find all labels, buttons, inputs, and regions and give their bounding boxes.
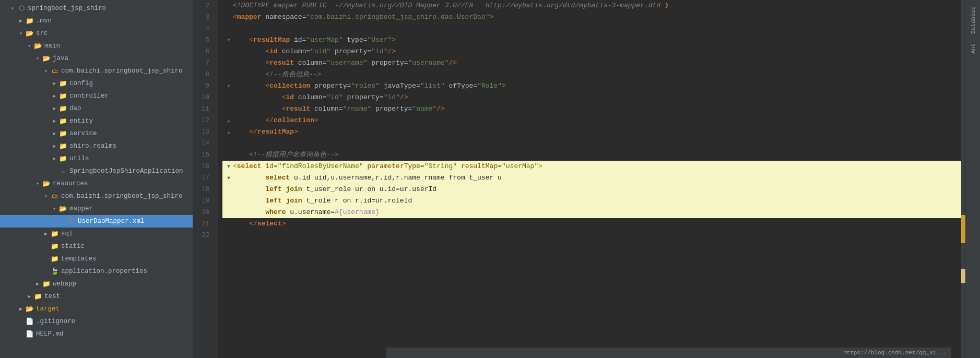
folder-icon: 📁 — [58, 129, 68, 138]
sidebar-item-app-properties[interactable]: 🍃 application.properties — [0, 265, 193, 278]
code-line: <result column="rname" property="name"/> — [222, 103, 965, 115]
sidebar-item-userdaomapper[interactable]: 🗒 UserDaoMapper.xml — [0, 215, 193, 228]
md-file-icon: 📄 — [25, 330, 34, 338]
folder-icon: 📁 — [58, 104, 68, 113]
sidebar-item-label: UserDaoMapper.xml — [78, 216, 193, 226]
expand-arrow: ▾ — [50, 206, 58, 212]
sidebar-item-entity[interactable]: ▶ 📁 entity — [0, 115, 193, 127]
sidebar-item-target[interactable]: ▶ 📂 target — [0, 303, 193, 315]
sidebar-item-label: springboot_jsp_shiro — [28, 3, 193, 14]
sidebar-item-controller[interactable]: ▶ 📁 controller — [0, 90, 193, 102]
folder-icon: 📁 — [58, 117, 68, 125]
sidebar-item-label: static — [61, 241, 193, 252]
sidebar-item-label: templates — [61, 254, 193, 264]
sidebar-item-label: application.properties — [61, 266, 193, 277]
sidebar-item-package-res[interactable]: ▾ 🗂 com.baizhi.springboot_jsp_shiro — [0, 190, 193, 202]
folder-icon: 📂 — [33, 42, 43, 50]
sidebar-item-src[interactable]: ▾ 📂 src — [0, 27, 193, 40]
folder-icon: 📂 — [25, 29, 34, 38]
sidebar-item-label: resources — [53, 178, 193, 189]
sidebar-item-label: .gitignore — [36, 316, 193, 327]
sidebar-item-label: config — [69, 78, 193, 89]
expand-arrow: ▾ — [42, 193, 50, 199]
sidebar-item-label: mapper — [69, 204, 193, 214]
database-tab[interactable]: Database — [968, 2, 978, 38]
expand-arrow: ▶ — [33, 281, 42, 287]
sidebar-item-label: service — [69, 128, 193, 139]
line-numbers: 2 3 4 5 6 7 8 9 10 11 12 13 14 15 16 17 … — [193, 0, 218, 358]
scroll-thumb-2 — [961, 269, 965, 283]
sidebar-item-root[interactable]: ▾ ⬡ springboot_jsp_shiro — [0, 2, 193, 15]
sidebar-item-config[interactable]: ▶ 📁 config — [0, 77, 193, 90]
sidebar-item-utils[interactable]: ▶ 📁 utils — [0, 152, 193, 165]
sidebar-item-gitignore[interactable]: 📄 .gitignore — [0, 315, 193, 328]
sidebar-item-help[interactable]: 📄 HELP.md — [0, 328, 193, 340]
folder-icon: 📁 — [58, 79, 68, 88]
expand-arrow: ▾ — [25, 43, 33, 49]
folder-icon: 📂 — [58, 205, 68, 213]
expand-arrow: ▶ — [17, 18, 25, 24]
folder-icon: 📁 — [50, 242, 60, 250]
sidebar-item-shiro-realms[interactable]: ▶ 📁 shiro.realms — [0, 140, 193, 152]
sidebar-item-java[interactable]: ▾ 📂 java — [0, 52, 193, 65]
sidebar-item-dao[interactable]: ▶ 📁 dao — [0, 102, 193, 115]
code-line: left join t_role r on r.id=ur.roleId — [222, 195, 965, 207]
ant-tab[interactable]: Ant — [968, 39, 978, 58]
code-line: <!--根据用户名查询角色--> — [222, 149, 965, 161]
code-line: <result column="username" property="user… — [222, 57, 965, 69]
code-line: where u.username=#{username} — [222, 207, 965, 218]
expand-arrow: ▶ — [50, 105, 58, 112]
sidebar-item-test[interactable]: ▶ 📁 test — [0, 290, 193, 303]
code-content[interactable]: <!DOCTYPE mapper PUBLIC -//mybatis.org//… — [218, 0, 965, 358]
expand-arrow: ▶ — [50, 80, 58, 87]
status-url: https://blog.csdn.net/qq_31... — [843, 350, 947, 356]
expand-arrow: ▶ — [50, 156, 58, 162]
sidebar-item-service[interactable]: ▶ 📁 service — [0, 127, 193, 140]
expand-arrow: ▶ — [42, 231, 50, 237]
sidebar-item-mapper[interactable]: ▾ 📂 mapper — [0, 202, 193, 215]
folder-icon: 📁 — [50, 230, 60, 238]
sidebar-item-resources[interactable]: ▾ 📂 resources — [0, 177, 193, 190]
sidebar-item-templates[interactable]: 📁 templates — [0, 253, 193, 265]
sidebar-item-main[interactable]: ▾ 📂 main — [0, 40, 193, 52]
code-line: <id column="uid" property="id"/> — [222, 46, 965, 57]
sidebar-item-label: .mvn — [36, 16, 193, 26]
expand-arrow: ▶ — [17, 306, 25, 312]
sidebar-item-app-class[interactable]: ☕ SpringbootJspShiroApplication — [0, 165, 193, 177]
folder-icon: 📁 — [50, 255, 60, 263]
folder-icon: 📁 — [58, 142, 68, 150]
sidebar-item-label: src — [36, 28, 193, 39]
sidebar-item-sql[interactable]: ▶ 📁 sql — [0, 228, 193, 240]
package-icon: 🗂 — [50, 67, 60, 75]
sidebar-item-static[interactable]: 📁 static — [0, 240, 193, 253]
code-line — [222, 230, 965, 241]
properties-file-icon: 🍃 — [50, 267, 60, 276]
sidebar-item-package[interactable]: ▾ 🗂 com.baizhi.springboot_jsp_shiro — [0, 65, 193, 77]
file-tree[interactable]: ▾ ⬡ springboot_jsp_shiro ▶ 📁 .mvn ▾ 📂 sr… — [0, 0, 193, 358]
code-line: ▴ </collection> — [222, 115, 965, 126]
code-line: <!DOCTYPE mapper PUBLIC -//mybatis.org//… — [222, 0, 965, 11]
expand-arrow: ▶ — [50, 118, 58, 124]
status-bar: https://blog.csdn.net/qq_31... — [386, 348, 951, 358]
xml-file-icon: 🗒 — [67, 218, 76, 225]
gitignore-icon: 📄 — [25, 317, 34, 326]
folder-icon: 📁 — [42, 280, 51, 288]
sidebar-item-label: webapp — [53, 279, 193, 289]
project-icon: ⬡ — [17, 4, 26, 13]
sidebar-item-mvn[interactable]: ▶ 📁 .mvn — [0, 15, 193, 27]
code-line: ▾ <collection property="roles" javaType=… — [222, 80, 965, 92]
package-icon: 🗂 — [50, 193, 60, 200]
sidebar-item-label: com.baizhi.springboot_jsp_shiro — [61, 66, 193, 76]
folder-icon: 📂 — [42, 54, 51, 63]
code-line: ▴ </resultMap> — [222, 126, 965, 138]
sidebar-item-webapp[interactable]: ▶ 📁 webapp — [0, 278, 193, 290]
expand-arrow: ▶ — [50, 93, 58, 99]
sidebar-item-label: controller — [69, 91, 193, 101]
code-line: ▾ <select id="findRolesByUserName" param… — [222, 161, 965, 172]
sidebar-item-label: target — [36, 304, 193, 314]
sidebar-item-label: java — [53, 53, 193, 64]
folder-icon: 📁 — [58, 154, 68, 163]
sidebar-item-label: utils — [69, 153, 193, 164]
scroll-indicator[interactable] — [961, 0, 965, 358]
expand-arrow: ▾ — [17, 30, 25, 37]
